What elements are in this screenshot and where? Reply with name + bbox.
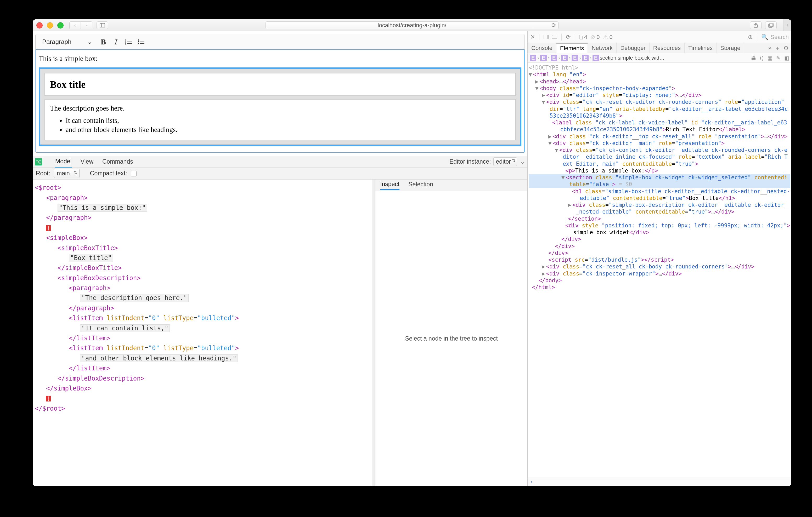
bulleted-list-button[interactable] <box>136 36 146 47</box>
share-icon <box>753 23 758 28</box>
svg-rect-19 <box>547 35 549 39</box>
devtools-search[interactable]: 🔍 Search <box>761 34 789 40</box>
numbered-list-button[interactable]: 123 <box>123 36 134 47</box>
tab-inspect[interactable]: Inspect <box>380 181 400 190</box>
root-label: Root: <box>36 170 50 177</box>
devtools-toolbar: ✕ ⟳ 4 ⊘0 ⚠0 ⊕ 🔍 Search <box>528 31 791 43</box>
breadcrumb-item[interactable]: E <box>582 55 588 61</box>
titlebar: ‹ › localhost/creating-a-plugin/ ⟳ ＋ <box>33 19 791 31</box>
tab-view[interactable]: View <box>80 156 94 167</box>
devtools-tabs: Console Elements Network Debugger Resour… <box>528 43 791 53</box>
gear-icon[interactable]: ⚙ <box>783 45 789 52</box>
brush-icon[interactable]: ✎ <box>776 55 781 61</box>
breadcrumb-item[interactable]: E <box>540 55 547 61</box>
forward-button[interactable]: › <box>81 22 92 29</box>
url-bar[interactable]: localhost/creating-a-plugin/ ⟳ <box>265 22 558 29</box>
intro-paragraph[interactable]: This is a simple box: <box>39 55 521 63</box>
more-tabs-icon[interactable]: » <box>768 45 772 52</box>
tab-selection[interactable]: Selection <box>408 181 433 189</box>
tree-resizer[interactable] <box>372 180 375 486</box>
browser-window: ‹ › localhost/creating-a-plugin/ ⟳ ＋ <box>33 19 791 486</box>
dom-tree[interactable]: <!DOCTYPE html> ▼<html lang="en"> ▶<head… <box>528 63 791 477</box>
print-icon[interactable]: 🖶 <box>751 55 756 61</box>
editor-content[interactable]: This is a simple box: Box title The desc… <box>36 50 524 153</box>
traffic-lights <box>36 22 64 29</box>
svg-rect-4 <box>768 24 772 27</box>
tab-storage[interactable]: Storage <box>717 43 744 53</box>
url-text: localhost/creating-a-plugin/ <box>378 22 446 29</box>
instance-label: Editor instance: <box>450 158 491 165</box>
tab-resources[interactable]: Resources <box>649 43 685 53</box>
inspector-body: <$root> <paragraph> "This is a simple bo… <box>33 180 527 486</box>
simple-box-widget[interactable]: Box title The description goes here. It … <box>39 67 521 146</box>
svg-point-16 <box>138 43 139 44</box>
breadcrumb-item[interactable]: E <box>592 55 599 61</box>
tab-timelines[interactable]: Timelines <box>685 43 717 53</box>
svg-rect-5 <box>770 23 773 27</box>
back-button[interactable]: ‹ <box>69 22 81 29</box>
chevron-down-icon: ⌄ <box>87 38 92 45</box>
tabs-button[interactable] <box>765 22 777 29</box>
breadcrumb-item[interactable]: E <box>551 55 557 61</box>
tab-network[interactable]: Network <box>588 43 616 53</box>
svg-point-12 <box>138 39 139 40</box>
model-tree[interactable]: <$root> <paragraph> "This is a simple bo… <box>33 180 375 486</box>
dock-bottom-button[interactable] <box>552 35 557 39</box>
list-item[interactable]: It can contain lists, <box>66 116 510 125</box>
reload-button[interactable]: ⟳ <box>566 34 571 40</box>
breadcrumb-current[interactable]: section.simple-box.ck-wid… <box>600 55 664 61</box>
box-description[interactable]: The description goes here. It can contai… <box>45 99 516 140</box>
breadcrumb-item[interactable]: E <box>530 55 536 61</box>
box-title[interactable]: Box title <box>45 73 516 96</box>
console-prompt[interactable]: › <box>528 477 791 486</box>
ck-inspector: ⌥ Model View Commands Editor instance: e… <box>33 156 527 486</box>
maximize-window-button[interactable] <box>57 22 64 29</box>
tab-console[interactable]: Console <box>528 43 556 53</box>
collapse-icon[interactable]: ⌄ <box>520 158 525 166</box>
breadcrumb-item[interactable]: E <box>572 55 578 61</box>
svg-rect-0 <box>100 23 105 27</box>
tab-elements[interactable]: Elements <box>556 43 588 53</box>
selection-start-marker <box>46 225 51 231</box>
tab-debugger[interactable]: Debugger <box>616 43 649 53</box>
share-button[interactable] <box>750 22 761 29</box>
toggle-icon[interactable]: ◧ <box>784 55 789 61</box>
close-window-button[interactable] <box>36 22 42 29</box>
inspector-right: Editor instance: editor ⌄ <box>450 157 525 166</box>
new-tab-button[interactable]: ＋ <box>783 19 791 31</box>
detail-pane: Inspect Selection Select a node in the t… <box>375 180 527 486</box>
devtools-pane: ✕ ⟳ 4 ⊘0 ⚠0 ⊕ 🔍 Search Console <box>528 31 791 486</box>
dock-side-button[interactable] <box>544 35 549 39</box>
left-pane: Paragraph ⌄ B I 123 This is a simple box… <box>33 31 528 486</box>
list-item[interactable]: and other block elements like headings. <box>66 125 510 134</box>
root-select[interactable]: main <box>54 169 80 178</box>
bold-button[interactable]: B <box>98 36 109 47</box>
inspector-tabs: ⌥ Model View Commands Editor instance: e… <box>33 156 527 168</box>
tab-commands[interactable]: Commands <box>102 156 134 167</box>
code-icon[interactable]: ⟨⟩ <box>760 55 764 61</box>
grid-icon[interactable]: ▦ <box>767 55 773 61</box>
detail-tabs: Inspect Selection <box>375 180 527 191</box>
minimize-window-button[interactable] <box>47 22 53 29</box>
new-tab-icon[interactable]: ＋ <box>775 44 780 52</box>
breadcrumb-item[interactable]: E <box>561 55 568 61</box>
instance-select[interactable]: editor <box>493 157 517 166</box>
close-devtools-button[interactable]: ✕ <box>530 34 535 40</box>
tabs-icon <box>768 23 774 28</box>
tab-model[interactable]: Model <box>55 156 72 168</box>
box-desc-list[interactable]: It can contain lists, and other block el… <box>50 116 510 134</box>
resources-count[interactable]: 4 <box>579 34 587 40</box>
element-picker-button[interactable]: ⊕ <box>748 34 753 40</box>
warnings-count: ⚠0 <box>603 34 613 40</box>
sidebar-toggle-button[interactable] <box>96 22 108 29</box>
heading-dropdown[interactable]: Paragraph ⌄ <box>38 36 96 47</box>
devtools-breadcrumbs: E› E› E› E› E› E› E section.simple-box.c… <box>528 53 791 63</box>
devtools-tabs-right: » ＋ ⚙ <box>766 44 791 52</box>
refresh-icon[interactable]: ⟳ <box>551 22 556 29</box>
box-desc-paragraph[interactable]: The description goes here. <box>50 104 510 112</box>
ck-editor: Paragraph ⌄ B I 123 This is a simple box… <box>35 34 525 153</box>
compact-checkbox[interactable] <box>131 171 137 176</box>
italic-button[interactable]: I <box>110 36 121 47</box>
inspector-subbar: Root: main Compact text: <box>33 168 527 180</box>
inspector-logo-icon: ⌥ <box>35 158 42 165</box>
